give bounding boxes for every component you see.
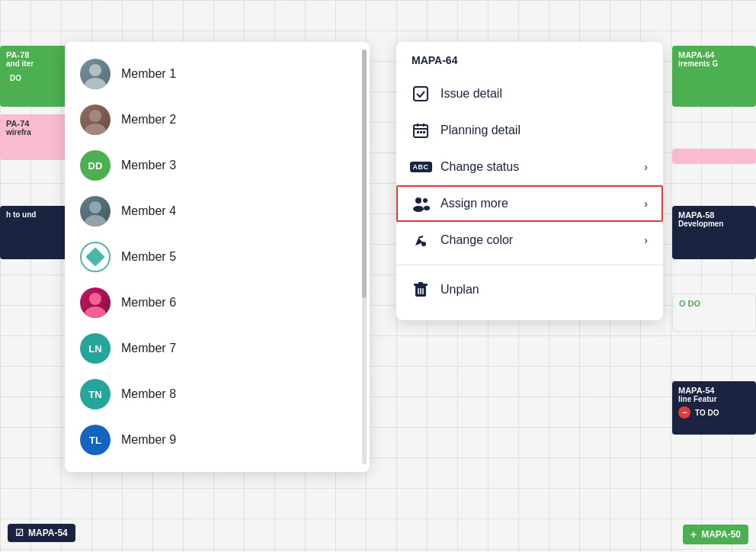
issue-detail-label: Issue detail (440, 87, 502, 101)
menu-divider (396, 265, 663, 265)
planning-detail-label: Planning detail (440, 124, 521, 137)
mapa50-label: MAPA-50 (701, 529, 741, 540)
context-menu-item-change-color[interactable]: Change color › (396, 222, 663, 258)
trash-icon (412, 281, 430, 299)
bg-card-pa74: PA-74 wirefra (0, 114, 69, 160)
bottom-bar: ☑ MAPA-54 (0, 514, 756, 552)
checkbox-icon (412, 85, 430, 103)
svg-point-0 (89, 64, 101, 76)
member-name-1: Member 1 (121, 67, 176, 81)
assign-more-chevron: › (644, 197, 648, 210)
change-status-label: Change status (440, 160, 519, 174)
context-menu: MAPA-64 Issue detail Planning detail (396, 42, 663, 320)
bg-card-mapa54-right: MAPA-54 line Featur − TO DO (672, 381, 756, 435)
member-panel: Member 1 Member 2 DD Member 3 Member 4 M… (65, 42, 370, 472)
svg-rect-8 (414, 87, 428, 101)
member-name-5: Member 5 (121, 250, 176, 264)
member-item-3[interactable]: DD Member 3 (65, 143, 370, 188)
unplan-label: Unplan (440, 283, 479, 297)
context-menu-item-assign-more[interactable]: Assign more › (396, 185, 663, 222)
member-item-9[interactable]: TL Member 9 (65, 417, 370, 463)
avatar-1 (80, 59, 111, 89)
avatar-6 (80, 287, 111, 318)
svg-rect-15 (423, 131, 425, 133)
paint-icon (412, 231, 430, 249)
member-item-2[interactable]: Member 2 (65, 97, 370, 143)
member-name-4: Member 4 (121, 204, 176, 218)
scrollbar-thumb[interactable] (362, 50, 367, 298)
svg-point-6 (89, 293, 101, 305)
member-item-5[interactable]: Member 5 (65, 234, 370, 280)
member-name-8: Member 8 (121, 387, 176, 401)
member-item-8[interactable]: TN Member 8 (65, 371, 370, 417)
users-icon (412, 194, 430, 213)
member-item-4[interactable]: Member 4 (65, 188, 370, 234)
context-menu-item-issue-detail[interactable]: Issue detail (396, 75, 663, 112)
avatar-2 (80, 104, 111, 135)
member-name-7: Member 7 (121, 342, 176, 355)
bg-card-pa78: PA-78 and iter DO (0, 46, 69, 107)
avatar-4 (80, 196, 111, 226)
mapa54-label: MAPA-54 (28, 528, 68, 538)
svg-point-19 (424, 206, 430, 210)
mapa54-check-icon: ☑ (15, 528, 24, 538)
avatar-3: DD (80, 150, 111, 181)
avatar-9: TL (80, 425, 111, 455)
abc-icon: ABC (412, 158, 430, 176)
mapa54-chip[interactable]: ☑ MAPA-54 (8, 524, 75, 542)
avatar-5 (80, 242, 111, 272)
member-item-7[interactable]: LN Member 7 (65, 326, 370, 371)
avatar-7: LN (80, 333, 111, 364)
bg-card-pink-strip (672, 149, 756, 164)
change-color-chevron: › (644, 234, 648, 246)
svg-point-3 (85, 124, 106, 135)
svg-point-20 (421, 242, 426, 246)
member-name-3: Member 3 (121, 159, 176, 172)
member-item-1[interactable]: Member 1 (65, 51, 370, 97)
bg-card-mapa58: MAPA-58 Developmen (672, 206, 756, 259)
svg-point-1 (85, 78, 106, 89)
svg-rect-24 (418, 282, 423, 284)
bg-card-dark1: h to und (0, 206, 69, 259)
svg-point-7 (85, 306, 106, 318)
member-name-9: Member 9 (121, 433, 176, 447)
calendar-icon (412, 121, 430, 140)
member-item-6[interactable]: Member 6 (65, 280, 370, 326)
svg-point-17 (413, 206, 424, 212)
mapa50-plus-icon: + (690, 528, 697, 541)
svg-point-18 (423, 198, 428, 203)
avatar-8: TN (80, 379, 111, 409)
change-color-label: Change color (440, 233, 513, 247)
bg-card-mapa64-top: MAPA-64 irements G (672, 46, 756, 107)
member-name-6: Member 6 (121, 296, 176, 310)
context-menu-item-planning-detail[interactable]: Planning detail (396, 112, 663, 149)
context-menu-item-change-status[interactable]: ABC Change status › (396, 149, 663, 185)
svg-point-5 (85, 215, 106, 226)
svg-point-16 (415, 197, 421, 204)
member-name-2: Member 2 (121, 113, 176, 127)
svg-point-4 (89, 201, 101, 213)
svg-line-21 (418, 236, 423, 238)
change-status-chevron: › (644, 161, 648, 173)
assign-more-label: Assign more (440, 197, 508, 210)
mapa50-chip[interactable]: + MAPA-50 (683, 525, 748, 544)
scrollbar[interactable] (362, 50, 367, 464)
bg-card-todo-right: O DO (672, 294, 756, 332)
svg-rect-14 (420, 131, 422, 133)
context-menu-item-unplan[interactable]: Unplan (396, 271, 663, 308)
context-menu-title: MAPA-64 (396, 54, 663, 75)
svg-point-2 (89, 110, 101, 122)
svg-rect-13 (417, 131, 419, 133)
